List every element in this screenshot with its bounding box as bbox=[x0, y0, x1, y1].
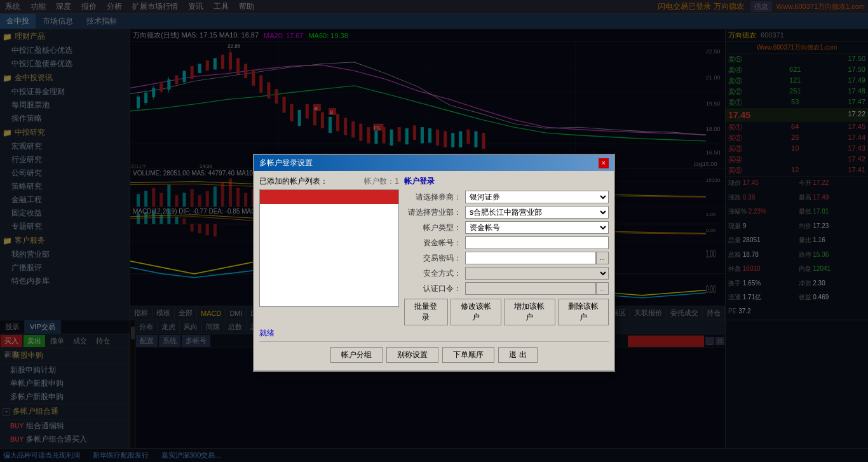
login-section-title: 帐户登录 bbox=[404, 176, 609, 187]
trade-pwd-row: 交易密码： ... bbox=[404, 252, 609, 264]
action-buttons-row: 批量登录 修改该帐户 增加该帐户 删除该帐户 bbox=[404, 299, 609, 325]
alias-settings-btn[interactable]: 别称设置 bbox=[386, 347, 438, 363]
trade-pwd-label: 交易密码： bbox=[404, 253, 461, 264]
add-account-btn[interactable]: 增加该帐户 bbox=[504, 299, 555, 325]
auth-label: 认证口令： bbox=[404, 283, 461, 294]
account-group-btn[interactable]: 帐户分组 bbox=[330, 347, 383, 363]
branch-select[interactable]: s合肥长江中路营业部 bbox=[465, 206, 609, 219]
modal-left-panel: 已添加的帐户列表： 帐户数：1 bbox=[259, 176, 399, 325]
modal-dialog: 多帐户登录设置 × 已添加的帐户列表： 帐户数：1 bbox=[253, 154, 615, 372]
capital-account-row: 资金帐号： bbox=[404, 236, 609, 249]
branch-select-wrapper: s合肥长江中路营业部 bbox=[465, 206, 609, 219]
trade-pwd-wrapper: ... bbox=[465, 252, 609, 264]
modal-content-row: 已添加的帐户列表： 帐户数：1 帐户登录 请选择券商： bbox=[259, 176, 609, 325]
modal-overlay: 多帐户登录设置 × 已添加的帐户列表： 帐户数：1 bbox=[0, 0, 868, 462]
branch-row: 请选择营业部： s合肥长江中路营业部 bbox=[404, 206, 609, 219]
trade-pwd-btn[interactable]: ... bbox=[596, 252, 609, 264]
account-type-select-wrapper: 资金帐号 bbox=[465, 221, 609, 234]
account-type-select[interactable]: 资金帐号 bbox=[465, 221, 609, 234]
broker-row: 请选择券商： 银河证券 bbox=[404, 191, 609, 203]
capital-account-input[interactable] bbox=[465, 236, 609, 249]
auth-row: 认证口令： ... bbox=[404, 282, 609, 295]
modal-title-text: 多帐户登录设置 bbox=[259, 158, 313, 168]
branch-label: 请选择营业部： bbox=[404, 207, 461, 218]
broker-label: 请选择券商： bbox=[404, 192, 461, 203]
modify-account-btn[interactable]: 修改该帐户 bbox=[451, 299, 501, 325]
auth-wrapper: ... bbox=[465, 282, 609, 295]
safety-select-wrapper bbox=[465, 267, 609, 280]
modal-footer: 帐户分组 别称设置 下单顺序 退 出 bbox=[259, 344, 609, 365]
capital-account-label: 资金帐号： bbox=[404, 238, 461, 248]
modal-title-bar: 多帐户登录设置 × bbox=[254, 155, 614, 171]
delete-account-btn[interactable]: 删除该帐户 bbox=[558, 299, 609, 325]
broker-select-wrapper: 银河证券 bbox=[465, 191, 609, 203]
modal-body: 已添加的帐户列表： 帐户数：1 帐户登录 请选择券商： bbox=[254, 171, 614, 370]
order-sequence-btn[interactable]: 下单顺序 bbox=[442, 347, 494, 363]
modal-left-title: 已添加的帐户列表： 帐户数：1 bbox=[259, 176, 399, 187]
account-type-row: 帐户类型： 资金帐号 bbox=[404, 221, 609, 234]
account-type-label: 帐户类型： bbox=[404, 222, 461, 233]
batch-login-btn[interactable]: 批量登录 bbox=[404, 299, 448, 325]
safety-select[interactable] bbox=[465, 267, 609, 280]
broker-select[interactable]: 银河证券 bbox=[465, 191, 609, 203]
auth-btn[interactable]: ... bbox=[596, 282, 609, 295]
safety-label: 安全方式： bbox=[404, 268, 461, 279]
safety-row: 安全方式： bbox=[404, 267, 609, 280]
account-list bbox=[259, 189, 399, 307]
modal-right-panel: 帐户登录 请选择券商： 银河证券 请选择营业部： bbox=[404, 176, 609, 325]
exit-btn[interactable]: 退 出 bbox=[498, 347, 537, 363]
auth-input[interactable] bbox=[465, 282, 596, 295]
account-list-item[interactable] bbox=[260, 190, 398, 204]
modal-status-line: 就绪 bbox=[259, 328, 609, 339]
modal-close-btn[interactable]: × bbox=[599, 158, 609, 168]
trade-pwd-input[interactable] bbox=[465, 252, 596, 264]
